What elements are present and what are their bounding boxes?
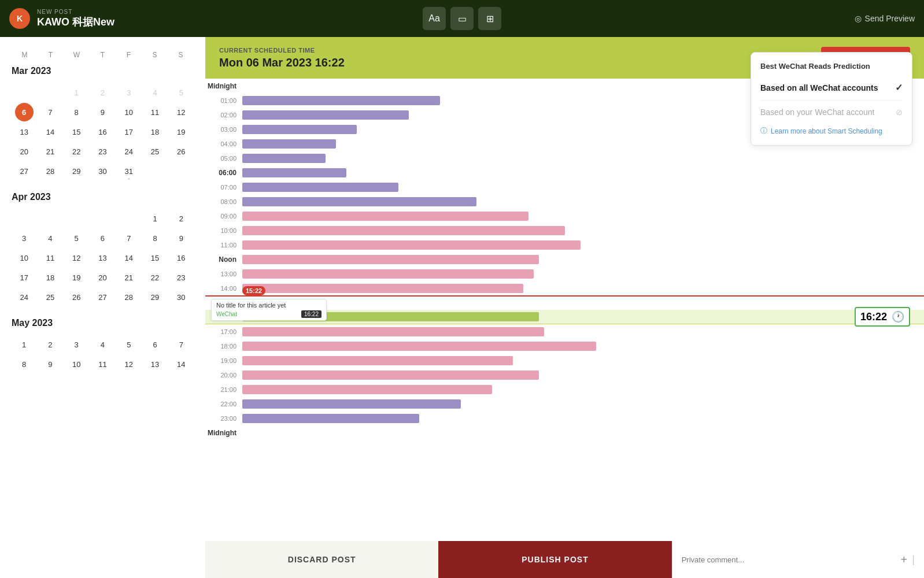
cal-day[interactable]: 3 <box>67 335 86 354</box>
cal-day[interactable]: 6 <box>93 229 112 247</box>
private-comment-input[interactable] <box>682 555 896 564</box>
cal-day[interactable]: 21 <box>41 142 60 161</box>
cal-day[interactable]: 22 <box>146 268 164 287</box>
image-icon-btn[interactable]: ⊞ <box>478 7 501 30</box>
chart-row[interactable]: 13:00 <box>205 266 924 281</box>
cal-day[interactable]: 26 <box>172 142 190 161</box>
cal-day[interactable]: 15 <box>67 123 86 141</box>
cal-day[interactable]: 10 <box>15 249 34 267</box>
cal-day[interactable]: 16 <box>93 123 112 141</box>
cal-day[interactable] <box>93 209 112 228</box>
cal-day[interactable] <box>67 209 86 228</box>
chart-row[interactable]: 07:00 <box>205 180 924 194</box>
cal-day[interactable]: 26 <box>67 288 86 306</box>
cal-day[interactable]: 15 <box>146 249 164 267</box>
chart-row[interactable]: 08:00 <box>205 194 924 209</box>
cal-day[interactable]: 20 <box>93 268 112 287</box>
cal-day[interactable]: 4 <box>93 335 112 354</box>
cal-day[interactable]: 12 <box>172 103 190 121</box>
chart-row[interactable]: 11:00 <box>205 238 924 252</box>
cal-day[interactable]: 31 <box>120 162 138 180</box>
cal-day[interactable]: 3 <box>120 83 138 102</box>
cal-day[interactable] <box>15 83 34 102</box>
cal-day[interactable]: 7 <box>120 229 138 247</box>
cal-day[interactable]: 5 <box>172 83 190 102</box>
cal-day[interactable]: 7 <box>172 335 190 354</box>
cal-day[interactable]: 2 <box>172 209 190 228</box>
chart-row[interactable]: Noon <box>205 252 924 266</box>
cal-day[interactable]: 29 <box>67 162 86 180</box>
prediction-option-yours[interactable]: Based on your WeChat account ⊘ <box>760 103 903 121</box>
cal-day[interactable]: 13 <box>15 123 34 141</box>
chart-row[interactable]: 23:00 <box>205 411 924 425</box>
chart-row[interactable]: 22:00 <box>205 397 924 411</box>
chart-row[interactable]: 18:00 <box>205 339 924 353</box>
cal-day[interactable]: 17 <box>120 123 138 141</box>
cal-day[interactable]: 10 <box>67 355 86 373</box>
cal-day[interactable]: 12 <box>120 355 138 373</box>
cal-day[interactable]: 29 <box>146 288 164 306</box>
cal-day[interactable]: 14 <box>172 355 190 373</box>
cal-day[interactable]: 14 <box>41 123 60 141</box>
cal-day[interactable]: 27 <box>93 288 112 306</box>
chart-row[interactable]: 10:00 <box>205 223 924 238</box>
cal-day[interactable]: 5 <box>67 229 86 247</box>
cal-day[interactable]: 1 <box>146 209 164 228</box>
cal-day[interactable]: 18 <box>146 123 164 141</box>
publish-post-button[interactable]: PUBLISH POST <box>438 541 671 578</box>
chart-row[interactable]: Midnight <box>205 425 924 440</box>
cal-day[interactable]: 10 <box>120 103 138 121</box>
cal-day[interactable]: 3 <box>15 229 34 247</box>
cal-day[interactable]: 1 <box>67 83 86 102</box>
cal-day[interactable] <box>15 209 34 228</box>
cal-day[interactable]: 9 <box>93 103 112 121</box>
cal-day[interactable]: 28 <box>120 288 138 306</box>
chart-row[interactable]: 21:00 <box>205 382 924 397</box>
cal-day[interactable] <box>41 209 60 228</box>
cal-day[interactable]: 23 <box>93 142 112 161</box>
translate-icon-btn[interactable]: Aa <box>423 7 446 30</box>
cal-day[interactable]: 13 <box>93 249 112 267</box>
cal-day[interactable]: 30 <box>93 162 112 180</box>
cal-day[interactable]: 20 <box>15 142 34 161</box>
cal-day[interactable]: 11 <box>93 355 112 373</box>
cal-day[interactable]: 25 <box>41 288 60 306</box>
chart-row[interactable]: 05:00 <box>205 151 924 165</box>
cal-day[interactable]: 30 <box>172 288 190 306</box>
add-comment-button[interactable]: + <box>901 553 908 566</box>
cal-day[interactable]: 19 <box>67 268 86 287</box>
chart-row[interactable]: 19:00 <box>205 353 924 368</box>
chart-row[interactable]: 15:22 No title for this article yet WeCh… <box>205 295 924 310</box>
cal-day-today[interactable]: 6 <box>15 103 34 121</box>
time-input[interactable]: 16:22🕐 <box>855 307 910 327</box>
cal-day[interactable]: 11 <box>41 249 60 267</box>
cal-day[interactable]: 12 <box>67 249 86 267</box>
cal-day[interactable]: 8 <box>67 103 86 121</box>
cal-day[interactable]: 18 <box>41 268 60 287</box>
cal-day[interactable]: 19 <box>172 123 190 141</box>
cal-day[interactable]: 23 <box>172 268 190 287</box>
cal-day[interactable]: 6 <box>146 335 164 354</box>
chart-row[interactable]: 17:00 <box>205 324 924 339</box>
cal-day[interactable]: 22 <box>67 142 86 161</box>
learn-more-link[interactable]: ⓘ Learn more about Smart Scheduling <box>760 126 903 136</box>
discard-post-button[interactable]: DISCARD POST <box>205 541 438 578</box>
cal-day[interactable]: 2 <box>41 335 60 354</box>
cal-day[interactable]: 9 <box>41 355 60 373</box>
cal-day[interactable]: 1 <box>15 335 34 354</box>
chart-row[interactable]: 14:00 <box>205 281 924 295</box>
cal-day[interactable]: 25 <box>146 142 164 161</box>
cal-day[interactable]: 8 <box>15 355 34 373</box>
cal-day[interactable] <box>41 83 60 102</box>
cal-day[interactable]: 21 <box>120 268 138 287</box>
cal-day[interactable]: 4 <box>146 83 164 102</box>
cal-day[interactable]: 27 <box>15 162 34 180</box>
cal-day[interactable]: 9 <box>172 229 190 247</box>
cal-day[interactable]: 4 <box>41 229 60 247</box>
cal-day[interactable]: 2 <box>93 83 112 102</box>
chart-row[interactable]: 09:00 <box>205 209 924 223</box>
chart-row[interactable]: 20:00 <box>205 368 924 382</box>
cal-day[interactable]: 16 <box>172 249 190 267</box>
cal-day[interactable]: 24 <box>120 142 138 161</box>
cal-day[interactable] <box>120 209 138 228</box>
